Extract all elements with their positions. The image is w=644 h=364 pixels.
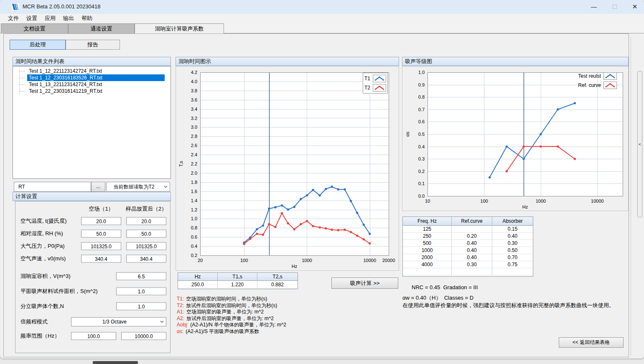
calc-single-input[interactable] [116, 288, 166, 295]
legend-row: Test reulst [578, 71, 617, 81]
close-button[interactable]: ✕ [625, 0, 644, 13]
calc-settings-title: 计算设置 [15, 193, 37, 200]
svg-text:1.4: 1.4 [191, 198, 197, 203]
table-cell: 0.40 [452, 240, 492, 247]
svg-text:1.0: 1.0 [418, 70, 425, 75]
calc-single-input[interactable] [116, 272, 166, 280]
data-source-value: 当前数据读取为T2 [107, 183, 161, 191]
octave-mode-label: 倍频程模式 [20, 318, 48, 326]
field-label: 空气温度, t(摄氏度) [20, 217, 67, 225]
octave-mode-combo[interactable]: 1/3 Octave [71, 317, 166, 326]
calc-value-input-2[interactable] [126, 230, 166, 238]
tab-post-processing[interactable]: 后处理 [10, 40, 66, 50]
calc-value-input-1[interactable] [81, 242, 121, 250]
menu-item[interactable]: 设置 [23, 14, 41, 23]
octave-mode-value: 1/3 Octave [71, 319, 158, 325]
taskbar-sliver [93, 361, 138, 364]
svg-text:T,s: T,s [178, 160, 183, 167]
svg-text:3.4: 3.4 [191, 107, 197, 112]
field-label: 大气压力，P0(Pa) [20, 242, 64, 250]
svg-text:1.6: 1.6 [191, 189, 197, 194]
collapse-panel-button[interactable]: < [637, 71, 642, 217]
menu-item[interactable]: 文件 [4, 14, 23, 23]
note-prefix: T2: [177, 303, 184, 308]
svg-text:100: 100 [240, 258, 248, 263]
calc-value-input-2[interactable] [126, 242, 166, 250]
tab-0[interactable]: 文档设置 [1, 23, 68, 33]
table-cell: 500 [403, 240, 452, 247]
calc-value-input-1[interactable] [81, 255, 121, 263]
data-source-combo[interactable]: 当前数据读取为T2 [106, 182, 170, 192]
browse-button[interactable]: ... [91, 182, 105, 192]
calc-dual-row: 大气压力，P0(Pa) [15, 240, 170, 252]
list-item[interactable]: Test 1_12_221123142724_RT.txt [13, 68, 171, 74]
table-cell: 0.70 [492, 254, 533, 261]
table-header-cell: Ref.curve [452, 217, 492, 226]
maximize-button[interactable]: ☐ [605, 0, 624, 13]
warning-text: 在使用此单值评价量的时候，强烈建议与按照标准获得的完整的吸声系数曲线一块使用。 [402, 302, 628, 309]
calc-value-input-1[interactable] [81, 217, 121, 225]
svg-text:3.2: 3.2 [191, 116, 197, 121]
calc-value-input-2[interactable] [126, 217, 166, 225]
svg-text:0.1: 0.1 [418, 181, 425, 186]
list-item[interactable]: Test 1_22_230316141219_RT.txt [13, 88, 171, 94]
list-item[interactable]: Test 1_12_230316183526_RT.txt [13, 74, 171, 81]
svg-text:αs: αs [405, 132, 410, 137]
tree-connector [20, 78, 25, 78]
calc-value-input-2[interactable] [126, 255, 166, 263]
svg-text:0.4: 0.4 [418, 144, 425, 149]
table-header-cell: Absorber [492, 217, 533, 226]
calc-single-row: 混响室容积，V(m^3) [15, 269, 170, 284]
legend-label: T1 [364, 76, 370, 81]
calc-settings-panel-header: 计算设置 [13, 192, 171, 201]
svg-text:3.8: 3.8 [191, 88, 197, 93]
tab-report[interactable]: 报告 [66, 40, 120, 50]
table-cell: 0.40 [452, 254, 492, 261]
calc-dual-row: 空气温度, t(摄氏度) [15, 215, 170, 227]
note-line: T1:空场混响室的混响时间，单位为秒(s) [177, 296, 398, 303]
list-item[interactable]: Test 1_13_221123142724_RT.txt [13, 81, 171, 88]
legend-curve-icon [373, 84, 386, 92]
tab-2[interactable]: 混响室计算吸声系数 [135, 23, 224, 34]
tree-connector [20, 71, 25, 71]
menu-item[interactable]: 应用 [41, 14, 59, 23]
rt-name-input[interactable] [14, 182, 91, 192]
svg-text:0.3: 0.3 [418, 156, 425, 161]
back-to-results-button[interactable]: << 返回结果表格 [559, 337, 624, 348]
svg-text:0.8: 0.8 [418, 94, 425, 99]
tab-1[interactable]: 通道设置 [68, 23, 135, 33]
svg-text:0.0: 0.0 [418, 193, 425, 199]
table-header-cell: T1,s [218, 273, 257, 281]
note-prefix: αs: [177, 328, 183, 334]
rt-chart-panel-header: 混响时间图示 [176, 57, 399, 66]
svg-text:1.2: 1.2 [191, 207, 197, 212]
svg-text:20000: 20000 [382, 258, 395, 263]
title-bar: MCR Beta 2.05.0.001 20230418 — ☐ ✕ [0, 0, 644, 14]
minimize-button[interactable]: — [584, 0, 603, 13]
freq-max-input[interactable] [121, 332, 166, 340]
note-prefix: A1: [177, 309, 184, 315]
note-text: 放试件后混响室的吸声量，单位为: m^2 [186, 316, 274, 321]
grade-chart[interactable]: Test reulstRef. curve 0.00.10.20.30.40.5… [402, 66, 629, 211]
table-cell [452, 226, 492, 233]
table-row: 250.01.2200.882 [178, 281, 298, 289]
legend-row: T2 [364, 83, 386, 92]
table-cell: 0.40 [492, 233, 533, 240]
table-row [403, 268, 533, 275]
note-text: 空场混响室的混响时间，单位为秒(s) [186, 296, 267, 302]
calc-value-input-1[interactable] [81, 230, 121, 238]
menu-item[interactable]: 帮助 [78, 14, 96, 23]
absorb-calc-button[interactable]: 吸声计算 >> [331, 277, 398, 289]
table-cell: 0.30 [492, 240, 533, 247]
app-icon [12, 3, 19, 10]
file-list-panel-header: 混时间结果文件列表 [13, 57, 171, 66]
table-cell: 0.20 [452, 233, 492, 240]
calc-single-input[interactable] [116, 303, 166, 311]
menu-item[interactable]: 输出 [59, 14, 78, 23]
note-line: A1:空场混响室的吸声量，单位为: m^2 [177, 309, 398, 316]
file-list[interactable]: Test 1_12_221123142724_RT.txtTest 1_12_2… [13, 66, 171, 179]
freq-min-input[interactable] [71, 332, 116, 340]
rt-chart[interactable]: T1T2 0.20.40.60.81.01.21.41.61.82.02.22.… [176, 66, 399, 271]
legend-label: T2 [364, 85, 370, 91]
table-cell: 0.30 [452, 261, 492, 268]
